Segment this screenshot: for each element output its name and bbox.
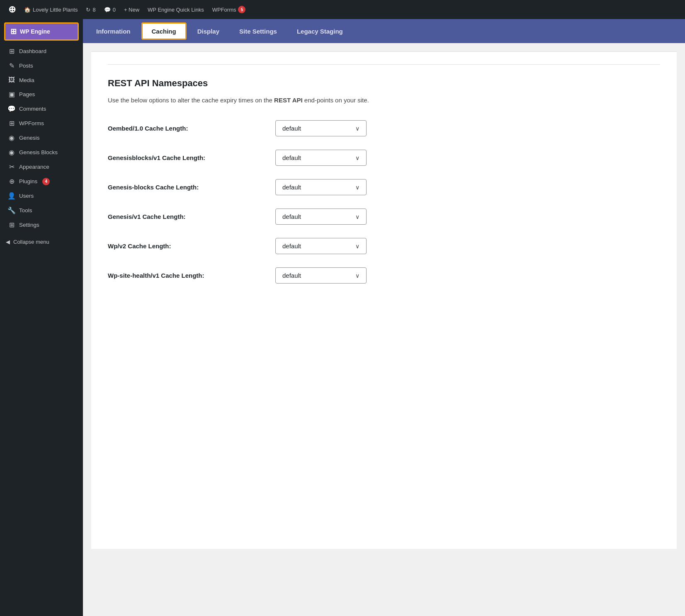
content-area: Information Caching Display Site Setting… xyxy=(83,19,685,616)
sidebar-item-pages[interactable]: ▣ Pages xyxy=(0,87,83,102)
tab-legacy-staging[interactable]: Legacy Staging xyxy=(288,22,352,40)
tab-site-settings[interactable]: Site Settings xyxy=(230,22,286,40)
sidebar-item-wpforms[interactable]: ⊞ WPForms xyxy=(0,116,83,131)
wp-logo-icon: ⊕ xyxy=(8,4,16,15)
site-name-link[interactable]: 🏠 Lovely Little Plants xyxy=(21,0,81,19)
wp-site-health-v1-label: Wp-site-health/v1 Cache Length: xyxy=(108,272,265,279)
sidebar-item-plugins[interactable]: ⊕ Plugins 4 xyxy=(0,174,83,189)
sidebar-item-comments[interactable]: 💬 Comments xyxy=(0,102,83,116)
plugins-badge: 4 xyxy=(42,178,50,185)
cache-row-genesis-blocks: Genesis-blocks Cache Length: default ∨ xyxy=(108,179,660,195)
wp-engine-tabbar: Information Caching Display Site Setting… xyxy=(83,19,685,43)
chevron-down-icon: ∨ xyxy=(355,243,360,250)
wpforms-link[interactable]: WPForms 5 xyxy=(209,0,249,19)
chevron-down-icon: ∨ xyxy=(355,125,360,132)
comment-icon: 💬 xyxy=(104,7,111,13)
sidebar-item-posts[interactable]: ✎ Posts xyxy=(0,58,83,73)
wp-v2-label: Wp/v2 Cache Length: xyxy=(108,243,265,250)
chevron-down-icon: ∨ xyxy=(355,155,360,161)
genesis-blocks-select[interactable]: default ∨ xyxy=(275,179,367,195)
wp-engine-icon: ⊞ xyxy=(10,27,17,36)
oembed-select[interactable]: default ∨ xyxy=(275,120,367,136)
wpforms-sidebar-icon: ⊞ xyxy=(7,119,16,127)
refresh-icon: ↻ xyxy=(86,7,90,13)
posts-icon: ✎ xyxy=(7,62,16,70)
sidebar-item-settings[interactable]: ⊞ Settings xyxy=(0,218,83,232)
sidebar-item-media[interactable]: 🖼 Media xyxy=(0,73,83,87)
appearance-icon: ✂ xyxy=(7,163,16,171)
cache-row-oembed: Oembed/1.0 Cache Length: default ∨ xyxy=(108,120,660,136)
cache-row-genesis-v1: Genesis/v1 Cache Length: default ∨ xyxy=(108,209,660,225)
cache-row-wp-site-health-v1: Wp-site-health/v1 Cache Length: default … xyxy=(108,267,660,284)
users-icon: 👤 xyxy=(7,192,16,200)
chevron-down-icon: ∨ xyxy=(355,184,360,191)
media-icon: 🖼 xyxy=(7,76,16,84)
genesis-icon: ◉ xyxy=(7,134,16,142)
sidebar: ⊞ WP Engine ⊞ Dashboard ✎ Posts 🖼 Media … xyxy=(0,19,83,616)
comments-link[interactable]: 💬 0 xyxy=(101,0,119,19)
genesis-blocks-label: Genesis-blocks Cache Length: xyxy=(108,184,265,191)
genesis-blocks-icon: ◉ xyxy=(7,148,16,156)
genesisblocks-v1-select[interactable]: default ∨ xyxy=(275,150,367,166)
collapse-menu-button[interactable]: ◀ Collapse menu xyxy=(0,235,83,248)
section-title: REST API Namespaces xyxy=(108,78,660,89)
comments-icon: 💬 xyxy=(7,105,16,113)
content-panel: REST API Namespaces Use the below option… xyxy=(91,51,677,549)
oembed-label: Oembed/1.0 Cache Length: xyxy=(108,125,265,132)
sidebar-item-tools[interactable]: 🔧 Tools xyxy=(0,203,83,218)
sidebar-menu: ⊞ Dashboard ✎ Posts 🖼 Media ▣ Pages 💬 Co… xyxy=(0,44,83,232)
home-icon: 🏠 xyxy=(24,7,31,13)
new-content-link[interactable]: + New xyxy=(121,0,143,19)
wp-site-health-v1-select[interactable]: default ∨ xyxy=(275,267,367,284)
sidebar-item-users[interactable]: 👤 Users xyxy=(0,189,83,203)
cache-row-wp-v2: Wp/v2 Cache Length: default ∨ xyxy=(108,238,660,254)
tab-information[interactable]: Information xyxy=(87,22,140,40)
pages-icon: ▣ xyxy=(7,90,16,98)
cache-row-genesisblocks-v1: Genesisblocks/v1 Cache Length: default ∨ xyxy=(108,150,660,166)
main-content: REST API Namespaces Use the below option… xyxy=(83,43,685,616)
plugins-icon: ⊕ xyxy=(7,177,16,185)
wp-engine-quick-links[interactable]: WP Engine Quick Links xyxy=(144,0,207,19)
sidebar-item-genesis-blocks[interactable]: ◉ Genesis Blocks xyxy=(0,145,83,160)
sidebar-item-genesis[interactable]: ◉ Genesis xyxy=(0,131,83,145)
wp-engine-sidebar-button[interactable]: ⊞ WP Engine xyxy=(4,22,79,41)
wp-logo-button[interactable]: ⊕ xyxy=(5,0,19,19)
collapse-icon: ◀ xyxy=(6,239,10,245)
dashboard-icon: ⊞ xyxy=(7,47,16,55)
settings-icon: ⊞ xyxy=(7,221,16,229)
tab-display[interactable]: Display xyxy=(188,22,228,40)
sidebar-item-appearance[interactable]: ✂ Appearance xyxy=(0,160,83,174)
section-description: Use the below options to alter the cache… xyxy=(108,95,660,105)
genesis-v1-label: Genesis/v1 Cache Length: xyxy=(108,213,265,220)
chevron-down-icon: ∨ xyxy=(355,213,360,220)
sidebar-item-dashboard[interactable]: ⊞ Dashboard xyxy=(0,44,83,58)
chevron-down-icon: ∨ xyxy=(355,272,360,279)
tools-icon: 🔧 xyxy=(7,206,16,214)
wp-v2-select[interactable]: default ∨ xyxy=(275,238,367,254)
admin-bar: ⊕ 🏠 Lovely Little Plants ↻ 8 💬 0 + New W… xyxy=(0,0,685,19)
genesisblocks-v1-label: Genesisblocks/v1 Cache Length: xyxy=(108,154,265,161)
tab-caching[interactable]: Caching xyxy=(141,22,187,40)
updates-link[interactable]: ↻ 8 xyxy=(83,0,99,19)
genesis-v1-select[interactable]: default ∨ xyxy=(275,209,367,225)
wpforms-badge: 5 xyxy=(238,6,245,13)
